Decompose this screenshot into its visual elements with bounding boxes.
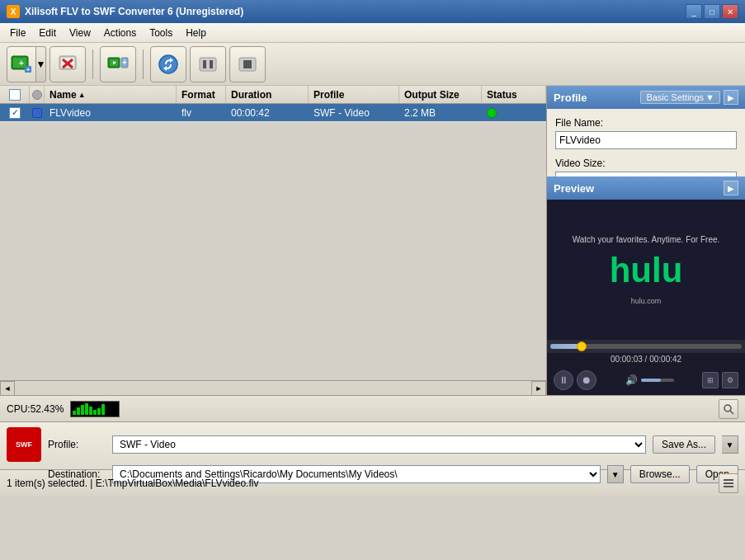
profile-bottom-label: Profile: — [48, 439, 106, 450]
hulu-content: Watch your favorites. Anytime. For Free.… — [547, 227, 745, 313]
preview-settings-button[interactable]: ⚙ — [722, 372, 738, 388]
destination-dropdown[interactable]: ▼ — [607, 465, 624, 483]
status-done-icon — [487, 108, 497, 118]
table-body: FLVvideo flv 00:00:42 SWF - Video 2.2 MB — [0, 104, 546, 380]
info-expand-button[interactable] — [719, 473, 738, 493]
name-sort-arrow: ▲ — [78, 91, 86, 99]
header-name[interactable]: Name ▲ — [45, 86, 177, 103]
svg-line-21 — [730, 411, 733, 414]
file-name-group: File Name: — [555, 117, 737, 149]
add-video-main[interactable]: + + — [7, 46, 36, 82]
select-all-checkbox[interactable] — [9, 89, 21, 101]
menu-edit[interactable]: Edit — [32, 26, 63, 40]
menu-help[interactable]: Help — [179, 26, 213, 40]
preview-timeline[interactable] — [547, 340, 745, 353]
video-size-label: Video Size: — [555, 158, 737, 169]
svg-rect-19 — [243, 60, 252, 68]
add-segment-button[interactable]: + — [100, 46, 136, 82]
profile-expand-button[interactable]: ▶ — [724, 90, 738, 105]
cpu-bar-6 — [93, 410, 97, 415]
header-duration[interactable]: Duration — [226, 86, 309, 103]
basic-settings-button[interactable]: Basic Settings ▼ — [640, 91, 720, 104]
menu-bar: File Edit View Actions Tools Help — [0, 23, 745, 43]
video-size-group: Video Size: Auto 320x240 640x480 — [555, 158, 737, 176]
header-format[interactable]: Format — [177, 86, 226, 103]
menu-file[interactable]: File — [3, 26, 32, 40]
scroll-right-button[interactable]: ► — [531, 381, 546, 396]
browse-button[interactable]: Browse... — [630, 465, 690, 483]
magnifier-icon — [723, 403, 734, 415]
row-status — [482, 106, 546, 120]
menu-tools[interactable]: Tools — [143, 26, 179, 40]
timeline-thumb[interactable] — [577, 341, 587, 351]
title-bar: X Xilisoft FLV to SWF Converter 6 (Unreg… — [0, 0, 745, 23]
cpu-graph — [70, 401, 120, 417]
svg-text:+: + — [19, 59, 24, 68]
timeline-track[interactable] — [550, 344, 742, 349]
preview-right-controls: ⊞ ⚙ — [702, 372, 738, 388]
menu-view[interactable]: View — [63, 26, 97, 40]
stop-button[interactable] — [229, 46, 266, 82]
bottom-bar: SWF Profile: SWF - Video Save As... ▼ De… — [0, 421, 745, 469]
preview-expand-button[interactable]: ▶ — [724, 181, 738, 195]
row-format: flv — [177, 106, 226, 120]
status-expand-button[interactable] — [719, 399, 738, 419]
profile-header: Profile Basic Settings ▼ ▶ — [547, 86, 745, 109]
hulu-logo: hulu — [610, 251, 683, 290]
video-size-select-wrapper: Auto 320x240 640x480 — [555, 172, 737, 176]
stop-preview-button[interactable]: ⏺ — [577, 370, 596, 390]
time-display: 00:00:03 / 00:00:42 — [611, 355, 681, 364]
svg-rect-15 — [200, 58, 216, 71]
maximize-button[interactable]: □ — [704, 4, 720, 19]
save-as-dropdown[interactable]: ▼ — [722, 435, 738, 454]
cpu-bar-4 — [85, 403, 88, 415]
play-pause-button[interactable]: ⏸ — [554, 370, 573, 390]
horizontal-scrollbar[interactable]: ◄ ► — [0, 380, 546, 395]
add-video-icon: + + — [10, 53, 33, 76]
file-name-input[interactable] — [555, 131, 737, 149]
profile-row: SWF Profile: SWF - Video Save As... ▼ — [7, 427, 738, 462]
close-button[interactable]: ✕ — [722, 4, 738, 19]
preview-screenshot-button[interactable]: ⊞ — [702, 372, 719, 388]
volume-icon[interactable]: 🔊 — [625, 374, 638, 386]
hulu-url: hulu.com — [631, 297, 662, 305]
preview-video: Watch your favorites. Anytime. For Free.… — [547, 200, 745, 340]
stop-icon — [236, 53, 259, 76]
table-header: Name ▲ Format Duration Profile Output Si… — [0, 86, 546, 104]
row-checkbox[interactable] — [9, 107, 21, 119]
status-header-icon — [32, 90, 42, 100]
video-size-select[interactable]: Auto 320x240 640x480 — [555, 172, 737, 176]
volume-controls: 🔊 — [625, 374, 674, 386]
cpu-bar-7 — [97, 408, 101, 415]
add-video-dropdown[interactable]: ▼ — [36, 46, 46, 82]
volume-slider[interactable] — [641, 379, 674, 382]
toolbar-separator-2 — [143, 49, 144, 79]
profile-bottom-select[interactable]: SWF - Video — [112, 435, 646, 454]
remove-button[interactable] — [50, 46, 86, 82]
row-name: FLVvideo — [45, 106, 177, 120]
cpu-bar-3 — [81, 405, 84, 414]
row-checkbox-cell[interactable] — [0, 107, 30, 119]
header-status[interactable]: Status — [482, 86, 546, 103]
file-name-label: File Name: — [555, 117, 737, 129]
menu-actions[interactable]: Actions — [97, 26, 143, 40]
svg-text:+: + — [122, 58, 127, 67]
table-row[interactable]: FLVvideo flv 00:00:42 SWF - Video 2.2 MB — [0, 104, 546, 122]
preview-section-title: Preview — [554, 182, 594, 195]
remove-icon — [56, 53, 79, 76]
add-video-button[interactable]: + + ▼ — [7, 46, 46, 82]
file-type-icon — [32, 108, 42, 118]
minimize-button[interactable]: _ — [686, 4, 702, 19]
svg-rect-17 — [210, 60, 213, 68]
save-as-button[interactable]: Save As... — [653, 435, 715, 454]
profile-content: File Name: Video Size: Auto 320x240 640x… — [547, 109, 745, 176]
scroll-left-button[interactable]: ◄ — [0, 381, 15, 396]
cpu-label: CPU:52.43% — [7, 403, 64, 415]
header-output-size[interactable]: Output Size — [399, 86, 482, 103]
window-controls: _ □ ✕ — [686, 4, 738, 19]
pause-button[interactable] — [190, 46, 226, 82]
toolbar: + + ▼ + — [0, 43, 745, 86]
convert-button[interactable] — [150, 46, 186, 82]
header-profile[interactable]: Profile — [309, 86, 399, 103]
hulu-tagline: Watch your favorites. Anytime. For Free. — [573, 235, 720, 244]
